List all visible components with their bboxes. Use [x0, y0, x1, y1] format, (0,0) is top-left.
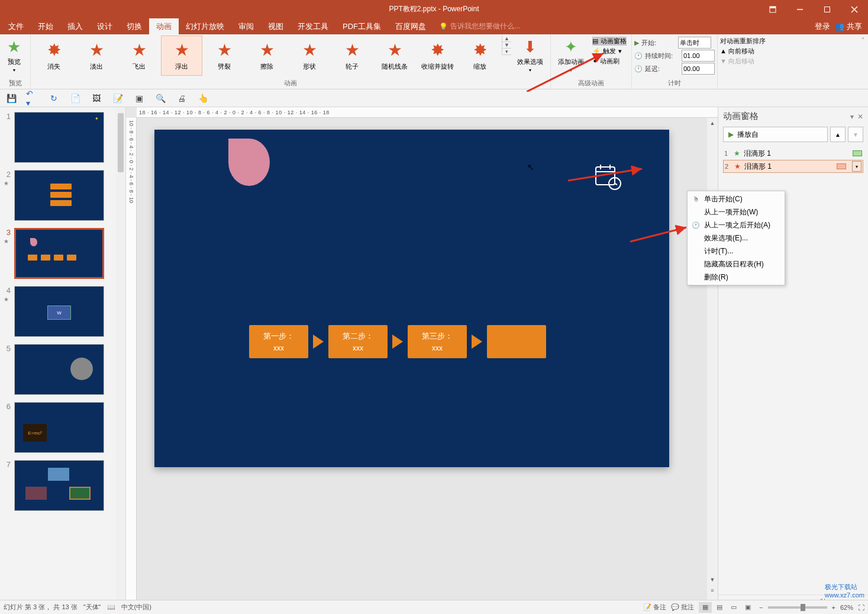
menu-hide-advanced-timeline[interactable]: 隐藏高级日程表(H) — [688, 258, 785, 271]
anim-disappear[interactable]: ✸消失 — [33, 36, 75, 76]
tab-review[interactable]: 审阅 — [231, 18, 261, 34]
move-up-button[interactable]: ▲ — [830, 127, 846, 142]
menu-start-after-previous[interactable]: 🕐从上一项之后开始(A) — [688, 218, 785, 232]
login-link[interactable]: 登录 — [815, 21, 830, 32]
flow-step-4[interactable] — [487, 325, 546, 358]
anim-zoom[interactable]: ✸缩放 — [459, 36, 501, 76]
language-indicator[interactable]: 中文(中国) — [121, 603, 151, 612]
tab-design[interactable]: 设计 — [90, 18, 120, 34]
effect-options-button[interactable]: ⬇ 效果选项 ▾ — [512, 36, 548, 75]
zoom-out-button[interactable]: − — [759, 604, 763, 611]
normal-view-button[interactable]: ▦ — [699, 602, 712, 613]
play-from-button[interactable]: ▶播放自 — [723, 127, 828, 142]
zoom-slider[interactable] — [768, 606, 827, 609]
menu-timing[interactable]: 计时(T)... — [688, 245, 785, 258]
calendar-clock-icon[interactable] — [593, 162, 622, 197]
slide-counter[interactable]: 幻灯片 第 3 张， 共 13 张 — [4, 603, 78, 612]
anim-split[interactable]: ★劈裂 — [204, 36, 245, 76]
pane-close-icon[interactable]: ✕ — [857, 112, 863, 121]
slideshow-view-button[interactable]: ▣ — [741, 602, 754, 613]
move-later-button[interactable]: ▼ 向后移动 — [720, 57, 766, 66]
pane-options-icon[interactable]: ▾ — [850, 112, 854, 121]
flow-step-2[interactable]: 第二步：xxx — [328, 325, 388, 358]
tab-baidu[interactable]: 百度网盘 — [388, 18, 433, 34]
collapse-ribbon-button[interactable]: ˄ — [861, 34, 868, 89]
tab-pdf[interactable]: PDF工具集 — [335, 18, 388, 34]
flow-step-3[interactable]: 第三步：xxx — [408, 325, 467, 358]
animation-painter-button[interactable]: ✦动画刷 — [592, 57, 627, 66]
slide-thumb-5[interactable]: 5 — [4, 344, 125, 395]
anim-entry-2[interactable]: 2 ★ 泪滴形 1 ▾ — [723, 160, 863, 173]
anim-entry-1[interactable]: 1 ★ 泪滴形 1 — [723, 147, 863, 160]
tab-insert[interactable]: 插入 — [60, 18, 90, 34]
sorter-view-button[interactable]: ▤ — [713, 602, 726, 613]
anim-wipe[interactable]: ★擦除 — [246, 36, 288, 76]
anim-floatout[interactable]: ★浮出 — [161, 36, 202, 76]
slide-thumb-3[interactable]: 3★ — [4, 228, 125, 279]
insert-textbox-button[interactable]: 📝 — [111, 92, 124, 105]
slide-thumb-2[interactable]: 2★ — [4, 170, 125, 221]
slide-thumb-1[interactable]: 1 ✦ — [4, 112, 125, 163]
trigger-button[interactable]: ⚡触发 ▾ — [592, 47, 627, 56]
anim-shape[interactable]: ★形状 — [289, 36, 330, 76]
reading-view-button[interactable]: ▭ — [727, 602, 740, 613]
preview-button[interactable]: ★ 预览 ▾ — [2, 36, 25, 75]
spellcheck-icon[interactable]: 📖 — [107, 603, 115, 611]
thumb-scrollbar[interactable] — [116, 107, 125, 609]
move-earlier-button[interactable]: ▲ 向前移动 — [720, 47, 766, 56]
notes-button[interactable]: 📝 备注 — [643, 603, 666, 612]
close-button[interactable] — [841, 0, 868, 18]
share-button[interactable]: 👥 共享 — [835, 21, 862, 32]
from-beginning-button[interactable]: ▣ — [133, 92, 146, 105]
flow-step-1[interactable]: 第一步：xxx — [249, 325, 308, 358]
animation-pane-button[interactable]: ▤动画窗格 — [592, 37, 627, 46]
anim-shrinkturn[interactable]: ✸收缩并旋转 — [417, 36, 458, 76]
add-animation-button[interactable]: ✦ 添加动画 ▾ — [553, 36, 589, 75]
maximize-button[interactable] — [814, 0, 841, 18]
gallery-up-icon[interactable]: ▲ — [502, 36, 511, 42]
tab-transitions[interactable]: 切换 — [120, 18, 149, 34]
tell-me-search[interactable]: 💡 告诉我您想要做什么... — [439, 21, 520, 31]
duration-input[interactable] — [682, 50, 715, 62]
anim-randombars[interactable]: ★随机线条 — [374, 36, 415, 76]
tab-developer[interactable]: 开发工具 — [291, 18, 335, 34]
redo-button[interactable]: ↻ — [47, 92, 60, 105]
fit-to-window-button[interactable]: ⛶ — [858, 604, 864, 611]
menu-effect-options[interactable]: 效果选项(E)... — [688, 232, 785, 245]
delay-input[interactable] — [682, 63, 715, 75]
menu-start-on-click[interactable]: 🖱单击开始(C) — [688, 192, 785, 205]
move-down-button[interactable]: ▼ — [848, 127, 863, 142]
slide-canvas[interactable]: 第一步：xxx 第二步：xxx 第三步：xxx — [154, 130, 669, 467]
anim-wheel[interactable]: ★轮子 — [331, 36, 373, 76]
menu-remove[interactable]: 删除(R) — [688, 271, 785, 284]
teardrop-shape[interactable] — [228, 139, 270, 186]
slide-thumb-4[interactable]: 4★ W — [4, 286, 125, 337]
slide-thumb-6[interactable]: 6 E=mc² — [4, 402, 125, 453]
slide-thumb-7[interactable]: 7 — [4, 460, 125, 511]
tab-view[interactable]: 视图 — [261, 18, 291, 34]
insert-picture-button[interactable]: 🖼 — [90, 92, 103, 105]
zoom-level[interactable]: 62% — [840, 604, 853, 611]
start-dropdown[interactable] — [678, 37, 711, 49]
touch-mode-button[interactable]: 👆 — [196, 92, 209, 105]
save-button[interactable]: 💾 — [5, 92, 18, 105]
quick-print-button[interactable]: 🖨 — [175, 92, 188, 105]
tab-home[interactable]: 开始 — [31, 18, 60, 34]
tab-animations[interactable]: 动画 — [149, 18, 179, 34]
print-preview-button[interactable]: 🔍 — [154, 92, 167, 105]
anim-flyout[interactable]: ★飞出 — [118, 36, 160, 76]
comments-button[interactable]: 💬 批注 — [671, 603, 694, 612]
entry-dropdown-icon[interactable]: ▾ — [852, 161, 861, 172]
ribbon-display-options-button[interactable] — [759, 0, 786, 18]
tab-file[interactable]: 文件 — [1, 18, 31, 34]
undo-button[interactable]: ↶ ▾ — [26, 92, 39, 105]
animation-gallery-scroll[interactable]: ▲ ▼ ▾ — [502, 36, 511, 55]
tab-slideshow[interactable]: 幻灯片放映 — [179, 18, 231, 34]
gallery-more-icon[interactable]: ▾ — [502, 49, 511, 55]
new-slide-button[interactable]: 📄 — [69, 92, 82, 105]
menu-start-with-previous[interactable]: 从上一项开始(W) — [688, 205, 785, 218]
anim-fade[interactable]: ★淡出 — [76, 36, 117, 76]
zoom-in-button[interactable]: + — [832, 604, 835, 611]
minimize-button[interactable] — [786, 0, 814, 18]
gallery-down-icon[interactable]: ▼ — [502, 42, 511, 49]
